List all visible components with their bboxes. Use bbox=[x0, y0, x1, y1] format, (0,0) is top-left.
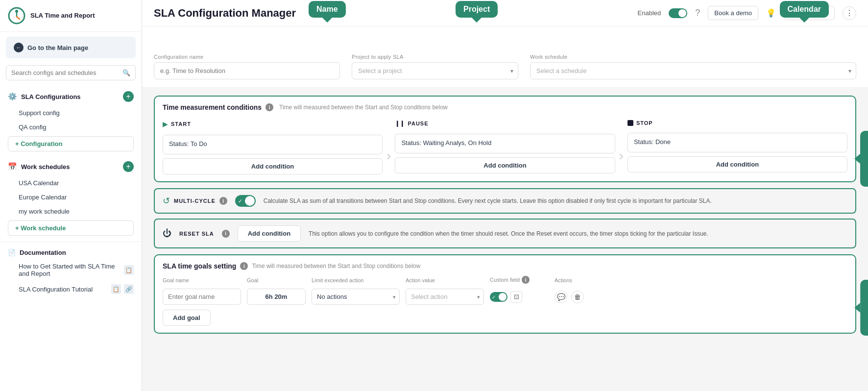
goal-time-input[interactable] bbox=[247, 289, 306, 305]
pause-label: PAUSE bbox=[408, 121, 428, 126]
time-conditions-header: Time measurement conditions i Time will … bbox=[163, 103, 847, 111]
goal-name-input[interactable] bbox=[163, 289, 241, 305]
sidebar-logo: SLA Time and Report bbox=[0, 0, 142, 32]
sidebar-item-my-work-schedule[interactable]: my work schedule bbox=[4, 204, 138, 219]
doc-page-icon[interactable]: 📋 bbox=[124, 265, 134, 275]
sidebar-item-get-started[interactable]: How to Get Started with SLA Time and Rep… bbox=[4, 259, 138, 281]
goal-name-col-header: Goal name bbox=[163, 277, 189, 283]
goals-col-headers: Goal name Goal Limit exceeded action Act… bbox=[163, 276, 847, 284]
calendar-icon: 📅 bbox=[8, 162, 17, 171]
comment-icon-btn[interactable]: 💬 bbox=[555, 291, 567, 303]
action-col-header: Action value bbox=[406, 277, 435, 283]
limit-select[interactable]: No actions bbox=[312, 289, 400, 305]
goals-header: SLA time goals setting i Time will measu… bbox=[163, 262, 847, 270]
sla-configs-section: ⚙️ SLA Configurations + Support config Q… bbox=[0, 85, 142, 155]
custom-toggle[interactable]: ✓ bbox=[490, 292, 507, 302]
back-to-main[interactable]: ← Go to the Main page bbox=[6, 37, 136, 58]
search-bar[interactable]: 🔍 bbox=[6, 65, 136, 80]
sidebar-item-europe-calendar[interactable]: Europe Calendar bbox=[4, 190, 138, 204]
actions-col-header: Actions bbox=[555, 277, 572, 283]
start-condition-col: ▶ START Status: To Do Add condition bbox=[163, 117, 383, 174]
multi-cycle-toggle[interactable]: ✓ bbox=[235, 195, 256, 207]
conditions-row: ▶ START Status: To Do Add condition › ❙❙… bbox=[163, 117, 847, 174]
multi-cycle-info-icon[interactable]: i bbox=[219, 197, 227, 205]
action-select[interactable]: Select action bbox=[406, 289, 484, 305]
goal-col-header: Goal bbox=[247, 277, 258, 283]
reset-sla-info-icon[interactable]: i bbox=[222, 230, 230, 238]
config-project-label: Project to apply SLA bbox=[352, 54, 518, 60]
expand-custom-icon[interactable]: ⊡ bbox=[510, 291, 522, 303]
custom-info-icon[interactable]: i bbox=[522, 276, 530, 284]
stop-condition-col: STOP Status: Done Add condition bbox=[627, 117, 847, 174]
play-icon: ▶ bbox=[163, 120, 168, 128]
gear-icon: ⚙️ bbox=[8, 92, 17, 101]
reset-sla-section: ⏻ RESET SLA i Add condition This option … bbox=[154, 219, 856, 248]
sla-configs-label: SLA Configurations bbox=[21, 93, 81, 100]
multi-cycle-label: MULTI-CYCLE bbox=[174, 198, 216, 204]
calendar-select[interactable]: Select a schedule bbox=[530, 62, 856, 79]
documentation-section: 📄 Documentation How to Get Started with … bbox=[0, 242, 142, 301]
pause-condition-col: ❙❙ PAUSE Status: Waiting Analys, On Hold… bbox=[395, 117, 615, 174]
start-label: START bbox=[171, 121, 191, 127]
sidebar-item-support-config[interactable]: Support config bbox=[4, 106, 138, 120]
pause-condition-box: Status: Waiting Analys, On Hold bbox=[395, 134, 615, 153]
time-conditions-info-icon[interactable]: i bbox=[265, 103, 273, 111]
sidebar-item-usa-calendar[interactable]: USA Calendar bbox=[4, 176, 138, 190]
logo-icon bbox=[8, 7, 25, 24]
limit-select-wrapper: No actions bbox=[312, 289, 400, 305]
reset-add-condition-btn[interactable]: Add condition bbox=[238, 225, 301, 242]
question-icon: ? bbox=[695, 8, 700, 18]
cycle-reset-stack: ↺ MULTI-CYCLE i ✓ Calculate SLA as sum o… bbox=[154, 188, 856, 248]
stop-condition-box: Status: Done bbox=[627, 133, 847, 152]
tooltip-goals: SLA Goals & Automatic Actions bbox=[860, 280, 868, 336]
sla-configs-header[interactable]: ⚙️ SLA Configurations + bbox=[4, 87, 138, 106]
arrow-start-pause: › bbox=[383, 137, 395, 174]
book-demo-label: Book a demo bbox=[714, 9, 752, 17]
config-name-input[interactable] bbox=[154, 62, 340, 79]
search-input[interactable] bbox=[11, 69, 120, 76]
delete-icon-btn[interactable]: 🗑 bbox=[571, 291, 584, 303]
work-schedules-header[interactable]: 📅 Work schedules + bbox=[4, 157, 138, 176]
sidebar-item-qa-config[interactable]: QA config bbox=[4, 120, 138, 134]
tooltip-start-pause-stop: Start/Pause/Stop Conditions bbox=[860, 131, 868, 187]
add-config-btn[interactable]: + bbox=[123, 91, 134, 102]
time-conditions-title: Time measurement conditions bbox=[163, 103, 262, 111]
pause-icon: ❙❙ bbox=[395, 120, 405, 127]
arrow-pause-stop: › bbox=[615, 137, 627, 174]
documentation-title: 📄 Documentation bbox=[4, 246, 138, 259]
reset-icon: ⏻ bbox=[163, 228, 171, 239]
goals-section: SLA time goals setting i Time will measu… bbox=[154, 254, 856, 334]
sidebar-item-config-tutorial[interactable]: SLA Configuration Tutorial 📋 🔗 bbox=[4, 281, 138, 297]
bulb-icon: 💡 bbox=[766, 8, 776, 18]
add-schedule-label: + Work schedule bbox=[15, 224, 66, 232]
goal-row-actions: 💬 🗑 bbox=[555, 291, 594, 303]
tooltip-project: Project bbox=[456, 1, 498, 18]
doc-icon: 📄 bbox=[8, 249, 16, 256]
doc-page2-icon[interactable]: 📋 bbox=[111, 284, 121, 294]
more-options-btn[interactable]: ⋮ bbox=[843, 6, 856, 20]
goals-title: SLA time goals setting bbox=[163, 262, 236, 270]
add-goal-btn[interactable]: Add goal bbox=[163, 310, 211, 326]
project-select-wrapper: Select a project bbox=[352, 62, 518, 79]
stop-add-condition-btn[interactable]: Add condition bbox=[627, 156, 847, 172]
add-configuration-btn[interactable]: + Configuration bbox=[8, 136, 134, 151]
goals-info-icon[interactable]: i bbox=[240, 262, 248, 270]
tooltip-calendar: Calendar bbox=[780, 1, 829, 18]
goals-desc: Time will measured between the Start and… bbox=[252, 263, 420, 269]
reset-sla-desc: This option allows you to configure the … bbox=[309, 229, 847, 238]
page-title: SLA Configuration Manager bbox=[154, 7, 296, 20]
pause-add-condition-btn[interactable]: Add condition bbox=[395, 157, 615, 173]
config-calendar-label: Work schedule bbox=[530, 54, 856, 60]
project-select[interactable]: Select a project bbox=[352, 62, 518, 79]
add-work-schedule-btn[interactable]: + Work schedule bbox=[8, 220, 134, 236]
svg-line-3 bbox=[17, 17, 20, 19]
start-add-condition-btn[interactable]: Add condition bbox=[163, 158, 383, 174]
multi-cycle-desc: Calculate SLA as sum of all transitions … bbox=[264, 196, 847, 205]
time-conditions-desc: Time will measured between the Start and… bbox=[279, 104, 448, 111]
book-demo-btn[interactable]: Book a demo bbox=[708, 6, 758, 20]
doc-link-icon[interactable]: 🔗 bbox=[124, 284, 134, 294]
add-config-label: + Configuration bbox=[15, 140, 62, 147]
add-schedule-btn[interactable]: + bbox=[123, 161, 134, 172]
enabled-toggle[interactable] bbox=[669, 8, 687, 18]
tooltip-name: Name bbox=[309, 1, 346, 18]
